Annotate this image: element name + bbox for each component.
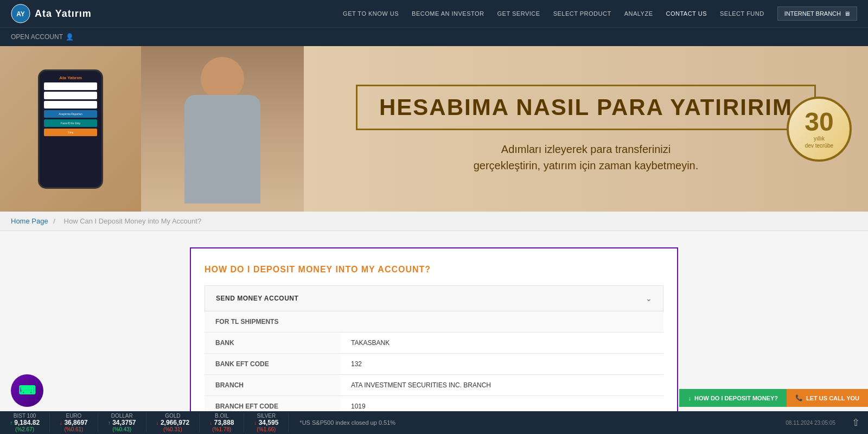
phone-btn-research: Araştırma Raporları [44, 110, 97, 118]
bottom-badge[interactable]: ⌨ [11, 374, 43, 407]
breadcrumb-current: How Can I Deposit Money into My Account? [64, 217, 202, 225]
breadcrumb: Home Page / How Can I Deposit Money into… [0, 212, 868, 231]
table-row: BANK EFT CODE 132 [205, 354, 663, 375]
section-header-row: FOR TL SHIPMENTS [205, 311, 663, 333]
scroll-up-button[interactable]: ⇧ [844, 417, 868, 429]
nav-become-investor[interactable]: BECOME AN INVESTOR [412, 10, 484, 17]
call-you-button[interactable]: 📞 LET US CALL YOU [787, 389, 868, 407]
nav-links: GET TO KNOW US BECOME AN INVESTOR GET SE… [343, 7, 857, 21]
ticker-value-silver: ↓ 34,595 [254, 419, 278, 426]
table-label-eft-code: BANK EFT CODE [205, 354, 340, 375]
call-label: LET US CALL YOU [806, 395, 859, 401]
logo-text: Ata Yatırım [35, 8, 92, 20]
table-label-bank: BANK [205, 333, 340, 354]
ticker-name-dollar: DOLLAR [111, 413, 133, 419]
badge-subtitle: yıllıkdev tecrübe [805, 135, 833, 149]
phone-logo: Ata Yatırım [59, 75, 82, 80]
ticker-change-euro: (%0.61) [64, 426, 83, 432]
breadcrumb-separator: / [53, 217, 57, 225]
badge-number: 30 [805, 109, 833, 135]
ticker-change-bist: (%2.67) [15, 426, 34, 432]
ticker-change-gold: (%0.31) [163, 426, 182, 432]
ticker-boil: B.OIL ↓ 73,888 (%1.78) [200, 413, 244, 432]
breadcrumb-home[interactable]: Home Page [11, 217, 48, 225]
ticker-arrow-bist: ↑ [10, 420, 12, 426]
ticker-euro: EURO ↓ 36,8697 (%0.61) [50, 413, 98, 432]
hero-phone-area: Ata Yatırım Araştırma Raporları Face-ID … [0, 46, 141, 212]
phone-input-1 [44, 82, 97, 90]
ticker-name-gold: GOLD [165, 413, 180, 419]
section-header-cell: FOR TL SHIPMENTS [205, 311, 663, 333]
ticker-value-dollar: ↑ 34,3757 [108, 419, 136, 426]
ticker-name-boil: B.OIL [215, 413, 229, 419]
phone-input-3 [44, 101, 97, 108]
ticker-value-euro: ↓ 36,8697 [60, 419, 88, 426]
ticker-name-silver: SILVER [257, 413, 276, 419]
hero-title-box: HESABIMA NASIL PARA YATIRIRIM [356, 85, 816, 130]
hero-badge: 30 yıllıkdev tecrübe [787, 97, 852, 162]
table-value-branch: ATA INVESTMENT SECURITIES INC. BRANCH [340, 375, 663, 396]
deposit-label: HOW DO I DEPOSIT MONEY? [694, 395, 778, 401]
hero-subtitle: Adımları izleyerek para transferinizi ge… [474, 141, 699, 174]
nav-get-service[interactable]: GET SERVICE [497, 10, 540, 17]
person-head [201, 57, 244, 100]
internet-branch-button[interactable]: INTERNET BRANCH 🖥 [777, 7, 857, 21]
ticker-change-boil: (%1.78) [212, 426, 231, 432]
table-row: BANK TAKASBANK [205, 333, 663, 354]
phone-btn-faceid: Face-ID ile Giriş [44, 119, 97, 127]
ticker-value-boil: ↓ 73,888 [209, 419, 234, 426]
table-value-bank: TAKASBANK [340, 333, 663, 354]
phone-input-2 [44, 92, 97, 99]
person-body [184, 95, 260, 203]
ticker-change-silver: (%1.66) [257, 426, 276, 432]
nav-select-fund[interactable]: SELECT FUND [720, 10, 764, 17]
top-navigation: AY Ata Yatırım GET TO KNOW US BECOME AN … [0, 0, 868, 27]
ticker-name-euro: EURO [66, 413, 81, 419]
hero-title: HESABIMA NASIL PARA YATIRIRIM [379, 94, 793, 120]
ticker-arrow-boil: ↓ [209, 420, 212, 426]
hero-content: HESABIMA NASIL PARA YATIRIRIM Adımları i… [304, 74, 868, 184]
hero-subtitle-line1: Adımları izleyerek para transferinizi [501, 143, 671, 155]
nav-analyze[interactable]: ANALYZE [624, 10, 653, 17]
hero-subtitle-line2: gerçekleştirin, yatırım için zaman kaybe… [474, 159, 699, 171]
open-account-label: OPEN ACCOUNT [11, 33, 63, 41]
phone-btn-login: Giriş [44, 129, 97, 136]
user-icon: 👤 [66, 33, 74, 41]
ticker-arrow-silver: ↓ [254, 420, 257, 426]
chevron-down-icon: ⌄ [646, 294, 652, 303]
ticker-silver: SILVER ↓ 34,595 (%1.66) [244, 413, 289, 432]
logo-icon: AY [11, 4, 30, 23]
ticker-news: *US S&P500 index closed up 0.51% [289, 419, 777, 426]
ticker-arrow-dollar: ↑ [108, 420, 111, 426]
table-row: BRANCH ATA INVESTMENT SECURITIES INC. BR… [205, 375, 663, 396]
deposit-money-button[interactable]: ↓ HOW DO I DEPOSIT MONEY? [679, 389, 787, 407]
floating-buttons: ↓ HOW DO I DEPOSIT MONEY? 📞 LET US CALL … [679, 389, 868, 407]
table-value-eft-code: 132 [340, 354, 663, 375]
content-box: HOW DO I DEPOSIT MONEY INTO MY ACCOUNT? … [190, 247, 678, 434]
secondary-navigation: OPEN ACCOUNT 👤 [0, 27, 868, 46]
ticker-change-dollar: (%0.43) [112, 426, 131, 432]
nav-contact-us[interactable]: CONTACT US [666, 10, 707, 17]
hero-person-image [141, 46, 304, 212]
logo[interactable]: AY Ata Yatırım [11, 4, 92, 23]
ticker-value-bist: ↑ 9,184.82 [10, 419, 40, 426]
phone-icon: 📞 [795, 394, 803, 401]
nav-get-to-know-us[interactable]: GET TO KNOW US [343, 10, 399, 17]
ticker-arrow-euro: ↓ [60, 420, 62, 426]
open-account-button[interactable]: OPEN ACCOUNT 👤 [11, 33, 74, 41]
bottom-ticker: BIST 100 ↑ 9,184.82 (%2.67) EURO ↓ 36,86… [0, 411, 868, 434]
monitor-icon: 🖥 [844, 10, 850, 17]
ticker-arrow-gold: ↓ [156, 420, 159, 426]
ticker-gold: GOLD ↓ 2,966,972 (%0.31) [146, 413, 200, 432]
anniversary-badge: 30 yıllıkdev tecrübe [787, 97, 852, 162]
svg-text:AY: AY [16, 10, 25, 18]
accordion-header[interactable]: SEND MONEY ACCOUNT ⌄ [205, 285, 663, 311]
table-label-branch: BRANCH [205, 375, 340, 396]
internet-branch-label: INTERNET BRANCH [784, 10, 841, 17]
person-silhouette [141, 46, 304, 212]
content-title: HOW DO I DEPOSIT MONEY INTO MY ACCOUNT? [205, 265, 663, 275]
hero-banner: Ata Yatırım Araştırma Raporları Face-ID … [0, 46, 868, 212]
ticker-value-gold: ↓ 2,966,972 [156, 419, 190, 426]
ticker-bist100: BIST 100 ↑ 9,184.82 (%2.67) [0, 413, 50, 432]
nav-select-product[interactable]: SELECT PRODUCT [553, 10, 611, 17]
